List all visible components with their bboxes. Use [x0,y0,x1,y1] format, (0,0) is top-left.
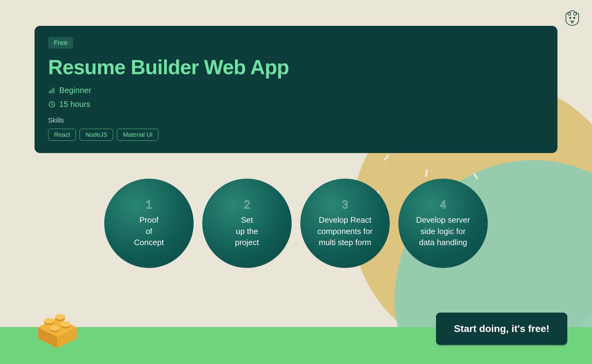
svg-point-0 [568,12,571,15]
difficulty-row: Beginner [48,86,544,95]
svg-point-3 [574,17,575,18]
skills-heading: Skills [48,116,544,124]
clock-icon [48,101,56,108]
step-number: 3 [342,198,348,211]
start-button[interactable]: Start doing, it's free! [436,313,567,345]
step-circle: 2 Set up the project [202,179,292,268]
skill-chip: NodeJS [80,129,113,141]
skill-chip: React [48,129,76,141]
svg-point-15 [55,314,65,320]
step-number: 4 [440,198,446,211]
step-text: Develop React components for multi step … [317,214,372,248]
hero-card: Free Resume Builder Web App Beginner 15 … [35,26,557,153]
step-text: Proof of Concept [134,214,164,248]
step-circle: 3 Develop React components for multi ste… [300,179,390,268]
step-number: 1 [146,198,152,211]
step-number: 2 [244,198,250,211]
svg-point-2 [569,17,571,18]
duration-label: 15 hours [59,99,90,109]
bars-icon [48,87,56,94]
steps-row: 1 Proof of Concept 2 Set up the project … [0,179,592,268]
duration-row: 15 hours [48,99,544,109]
difficulty-label: Beginner [59,86,91,95]
step-text: Set up the project [235,214,259,248]
lego-block-icon [30,297,85,352]
svg-point-17 [61,321,71,327]
skill-chip-row: React NodeJS Material UI [48,129,544,141]
step-circle: 4 Develop server side logic for data han… [398,179,488,268]
pricing-badge: Free [48,37,73,49]
step-text: Develop server side logic for data handl… [416,214,470,248]
step-circle: 1 Proof of Concept [104,179,194,268]
svg-point-1 [574,12,577,15]
brand-logo-icon [563,9,582,27]
project-title: Resume Builder Web App [48,55,544,79]
skill-chip: Material UI [117,129,158,141]
svg-point-13 [44,318,54,323]
svg-point-19 [50,325,60,331]
